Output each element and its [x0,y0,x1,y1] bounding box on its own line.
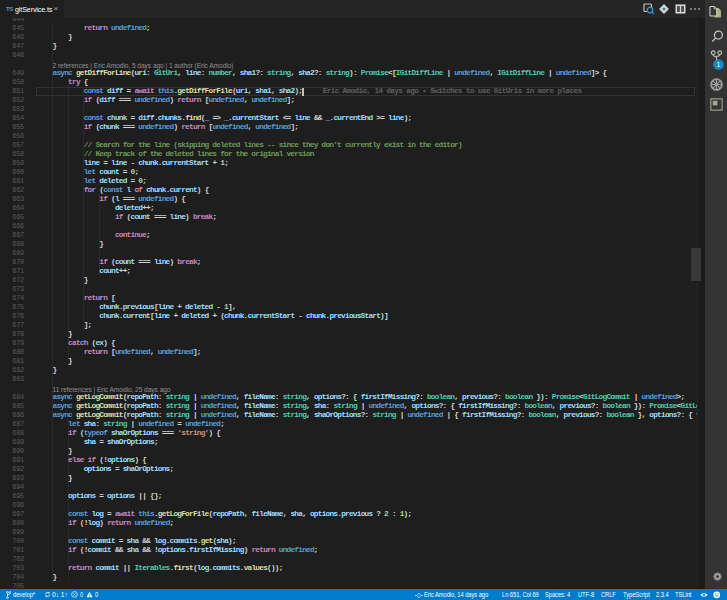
svg-text:1: 1 [716,61,720,68]
